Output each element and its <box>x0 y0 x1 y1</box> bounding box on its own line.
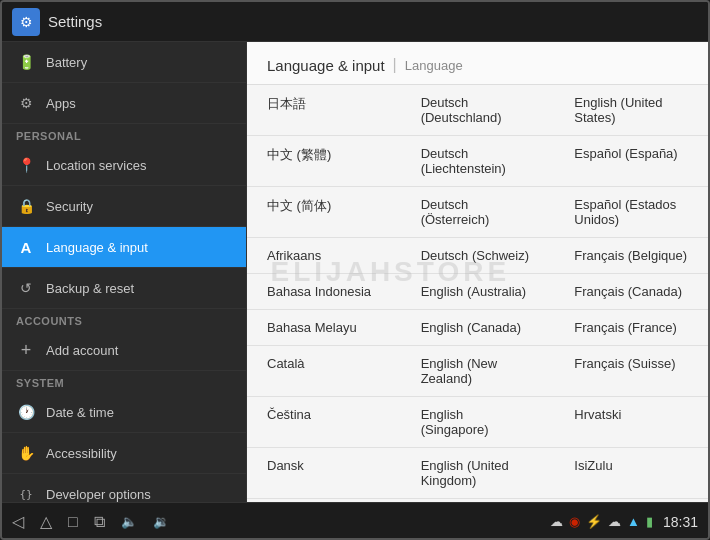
cloud2-icon: ☁ <box>608 514 621 529</box>
sidebar-item-add-account[interactable]: + Add account <box>2 330 246 371</box>
language-item[interactable]: English (Australia) <box>401 274 555 310</box>
location-icon: 📍 <box>16 155 36 175</box>
language-item[interactable]: Deutsch (Deutschland) <box>401 85 555 136</box>
language-item[interactable]: 日本語 <box>247 85 401 136</box>
title-bar-text: Settings <box>48 13 102 30</box>
sidebar-item-backup[interactable]: ↺ Backup & reset <box>2 268 246 309</box>
sidebar-item-apps[interactable]: ⚙ Apps <box>2 83 246 124</box>
nav-buttons: ◁ △ □ ⧉ 🔈 🔉 <box>12 512 169 531</box>
sidebar-item-accessibility[interactable]: ✋ Accessibility <box>2 433 246 474</box>
accounts-section-label: ACCOUNTS <box>2 309 246 330</box>
language-item[interactable]: Català <box>247 346 401 397</box>
language-item[interactable]: English (United States) <box>554 85 708 136</box>
content-area: Language & input | Language 日本語Deutsch (… <box>247 42 708 502</box>
language-item[interactable]: Čeština <box>247 397 401 448</box>
sidebar-label-apps: Apps <box>46 96 76 111</box>
personal-section-label: PERSONAL <box>2 124 246 145</box>
sidebar-item-security[interactable]: 🔒 Security <box>2 186 246 227</box>
language-item[interactable]: English (New Zealand) <box>401 346 555 397</box>
status-icons: ☁ ◉ ⚡ ☁ ▲ ▮ 18:31 <box>550 514 698 530</box>
opera-icon: ◉ <box>569 514 580 529</box>
battery-icon: 🔋 <box>16 52 36 72</box>
header-separator: | <box>393 56 397 74</box>
language-item[interactable]: Hrvatski <box>554 397 708 448</box>
language-item[interactable]: Français (Belgique) <box>554 238 708 274</box>
language-item[interactable]: Español (Estados Unidos) <box>554 187 708 238</box>
language-item[interactable]: English (Canada) <box>401 310 555 346</box>
cloud-icon: ☁ <box>550 514 563 529</box>
language-item[interactable]: Français (France) <box>554 310 708 346</box>
sidebar-label-date-time: Date & time <box>46 405 114 420</box>
apps-icon: ⚙ <box>16 93 36 113</box>
sidebar: 🔋 Battery ⚙ Apps PERSONAL 📍 Location ser… <box>2 42 247 502</box>
system-section-label: SYSTEM <box>2 371 246 392</box>
screenshot-button[interactable]: ⧉ <box>94 513 105 531</box>
date-time-icon: 🕐 <box>16 402 36 422</box>
language-grid: 日本語Deutsch (Deutschland)English (United … <box>247 85 708 499</box>
sidebar-label-language: Language & input <box>46 240 148 255</box>
add-account-icon: + <box>16 340 36 360</box>
language-item[interactable]: IsiZulu <box>554 448 708 499</box>
sidebar-label-developer: Developer options <box>46 487 151 502</box>
backup-icon: ↺ <box>16 278 36 298</box>
language-item[interactable]: 中文 (繁體) <box>247 136 401 187</box>
wifi-icon: ▲ <box>627 514 640 529</box>
language-item[interactable]: Dansk <box>247 448 401 499</box>
accessibility-icon: ✋ <box>16 443 36 463</box>
language-item[interactable]: Français (Suisse) <box>554 346 708 397</box>
content-title: Language & input <box>267 57 385 74</box>
language-item[interactable]: Afrikaans <box>247 238 401 274</box>
sidebar-item-location[interactable]: 📍 Location services <box>2 145 246 186</box>
security-icon: 🔒 <box>16 196 36 216</box>
usb-icon: ⚡ <box>586 514 602 529</box>
language-item[interactable]: English (United Kingdom) <box>401 448 555 499</box>
language-icon: A <box>16 237 36 257</box>
status-bar: ◁ △ □ ⧉ 🔈 🔉 ☁ ◉ ⚡ ☁ ▲ ▮ 18:31 <box>2 502 708 540</box>
sidebar-label-accessibility: Accessibility <box>46 446 117 461</box>
language-item[interactable]: Deutsch (Liechtenstein) <box>401 136 555 187</box>
status-time: 18:31 <box>663 514 698 530</box>
content-header: Language & input | Language <box>247 42 708 85</box>
sidebar-label-security: Security <box>46 199 93 214</box>
volume-down-button[interactable]: 🔈 <box>121 514 137 529</box>
settings-icon: ⚙ <box>12 8 40 36</box>
volume-up-button[interactable]: 🔉 <box>153 514 169 529</box>
sidebar-label-location: Location services <box>46 158 146 173</box>
recents-button[interactable]: □ <box>68 513 78 531</box>
title-bar: ⚙ Settings <box>2 2 708 42</box>
sidebar-item-date-time[interactable]: 🕐 Date & time <box>2 392 246 433</box>
home-button[interactable]: △ <box>40 512 52 531</box>
content-subtitle: Language <box>405 58 463 73</box>
sidebar-item-developer[interactable]: {} Developer options <box>2 474 246 502</box>
language-item[interactable]: English (Singapore) <box>401 397 555 448</box>
language-item[interactable]: Español (España) <box>554 136 708 187</box>
sidebar-label-backup: Backup & reset <box>46 281 134 296</box>
developer-icon: {} <box>16 484 36 502</box>
language-item[interactable]: Français (Canada) <box>554 274 708 310</box>
language-item[interactable]: Bahasa Indonesia <box>247 274 401 310</box>
battery-status-icon: ▮ <box>646 514 653 529</box>
sidebar-item-battery[interactable]: 🔋 Battery <box>2 42 246 83</box>
language-item[interactable]: Deutsch (Österreich) <box>401 187 555 238</box>
language-item[interactable]: Bahasa Melayu <box>247 310 401 346</box>
sidebar-label-add-account: Add account <box>46 343 118 358</box>
sidebar-item-language[interactable]: A Language & input <box>2 227 246 268</box>
language-item[interactable]: Deutsch (Schweiz) <box>401 238 555 274</box>
back-button[interactable]: ◁ <box>12 512 24 531</box>
sidebar-label-battery: Battery <box>46 55 87 70</box>
language-item[interactable]: 中文 (简体) <box>247 187 401 238</box>
